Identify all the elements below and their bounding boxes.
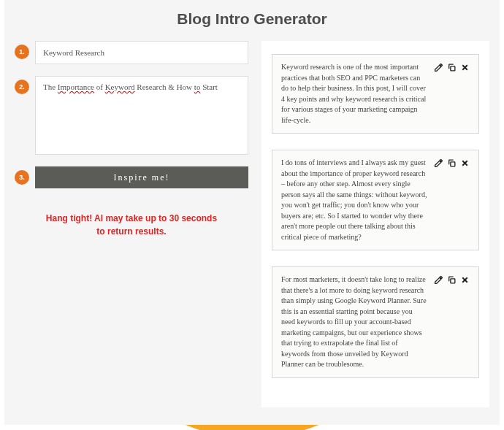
close-icon[interactable] [459, 158, 470, 168]
topic-text-underlined: Keyword [105, 82, 135, 91]
topic-text-underlined: Importance [58, 82, 94, 91]
result-actions [433, 158, 470, 168]
form-row-keyword: 1. [15, 41, 248, 64]
inspire-button[interactable]: Inspire me! [35, 166, 248, 188]
edit-icon[interactable] [433, 158, 443, 168]
step-badge-3: 3. [15, 170, 29, 185]
step-badge-1: 1. [15, 45, 29, 59]
result-actions [433, 62, 470, 72]
topic-text-part: of [94, 82, 105, 91]
app-panel: Blog Intro Generator 1. 2. The Importanc… [4, 0, 500, 425]
topic-text-part: The [43, 82, 58, 91]
close-icon[interactable] [459, 274, 470, 285]
keyword-input[interactable] [35, 41, 248, 64]
copy-icon[interactable] [446, 62, 457, 72]
step-badge-2: 2. [15, 80, 29, 94]
result-actions [433, 274, 470, 285]
close-icon[interactable] [459, 62, 470, 72]
edit-icon[interactable] [433, 274, 443, 285]
results-column: Keyword research is one of the most impo… [261, 41, 489, 407]
columns: 1. 2. The Importance of Keyword Research… [4, 41, 500, 407]
wait-line-2: to return results. [15, 225, 248, 238]
edit-icon[interactable] [433, 62, 443, 72]
page-title: Blog Intro Generator [4, 10, 500, 28]
copy-icon[interactable] [446, 158, 457, 168]
topic-textarea[interactable]: The Importance of Keyword Research & How… [35, 76, 248, 155]
result-text: Keyword research is one of the most impo… [281, 62, 427, 126]
svg-rect-1 [450, 161, 454, 166]
wait-line-1: Hang tight! AI may take up to 30 seconds [15, 212, 248, 225]
form-column: 1. 2. The Importance of Keyword Research… [15, 41, 248, 407]
topic-text-part: Research & How [135, 82, 194, 91]
topic-text-part: Start [200, 82, 218, 91]
result-text: For most marketers, it doesn't take long… [281, 274, 427, 370]
svg-rect-0 [450, 66, 454, 70]
copy-icon[interactable] [446, 274, 457, 285]
result-card: I do tons of interviews and I always ask… [272, 150, 479, 250]
svg-rect-2 [450, 278, 454, 283]
form-row-submit: 3. Inspire me! [15, 166, 248, 188]
wait-message: Hang tight! AI may take up to 30 seconds… [15, 212, 248, 238]
result-card: Keyword research is one of the most impo… [272, 54, 479, 134]
result-text: I do tons of interviews and I always ask… [281, 158, 427, 242]
result-card: For most marketers, it doesn't take long… [272, 266, 479, 378]
form-row-topic: 2. The Importance of Keyword Research & … [15, 76, 248, 155]
